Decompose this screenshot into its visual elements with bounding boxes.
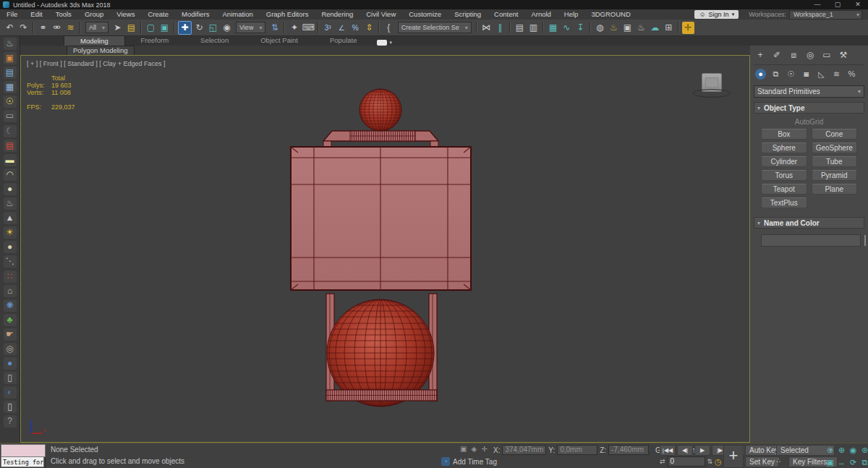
- object-type-rollout-header[interactable]: ▾ Object Type: [754, 102, 864, 114]
- pan-icon[interactable]: ↔: [836, 456, 847, 468]
- space-warps-category[interactable]: ≋: [831, 69, 842, 80]
- viewcube-compass-ring[interactable]: [693, 89, 731, 98]
- zoom-icon[interactable]: ⊙: [825, 444, 835, 456]
- menu-modifiers[interactable]: Modifiers: [175, 10, 216, 18]
- zoom-region-icon[interactable]: ▣: [825, 456, 835, 468]
- orbit-icon[interactable]: ⟳: [848, 456, 859, 468]
- ribbon-tab-modeling[interactable]: Modeling: [64, 35, 125, 46]
- select-and-scale-icon[interactable]: ◱: [207, 22, 219, 34]
- key-mode-toggle-icon[interactable]: ⇄: [660, 458, 665, 465]
- add-time-tag[interactable]: ◔ Add Time Tag: [441, 457, 497, 466]
- select-object-icon[interactable]: ➤: [111, 22, 124, 34]
- systems-category[interactable]: %: [846, 69, 857, 80]
- bind-to-space-warp-icon[interactable]: ≋: [64, 22, 77, 34]
- lightbulb-icon[interactable]: ☉: [4, 95, 17, 108]
- window-crossing-icon[interactable]: ▣: [158, 22, 171, 34]
- menu-rendering[interactable]: Rendering: [315, 10, 359, 18]
- percent-snap-icon[interactable]: %: [349, 22, 362, 34]
- sign-in-button[interactable]: ☺ Sign In ▾: [694, 10, 739, 19]
- viewcube[interactable]: [690, 72, 733, 101]
- curve-editor-icon[interactable]: ∿: [561, 22, 573, 34]
- object-type-tube-button[interactable]: Tube: [812, 156, 858, 167]
- menu-3dground[interactable]: 3DGROUND: [584, 10, 637, 18]
- motion-tab[interactable]: ◎: [805, 50, 815, 60]
- green-leaf-icon[interactable]: ♣: [4, 314, 17, 326]
- workspace-dropdown[interactable]: Workspace_1: [789, 10, 862, 20]
- schematic-view-icon[interactable]: ↧: [574, 22, 587, 34]
- snaps-toggle-icon[interactable]: 3³: [322, 22, 334, 34]
- cone-icon[interactable]: ▲: [4, 212, 17, 224]
- stone-donut-icon[interactable]: ◎: [4, 343, 17, 355]
- teapot-icon[interactable]: ♨: [4, 38, 17, 50]
- gray-teapot-icon[interactable]: ♨: [4, 197, 17, 210]
- hand-icon[interactable]: ☛: [4, 328, 17, 341]
- play-button[interactable]: ▶: [694, 445, 710, 456]
- object-type-pyramid-button[interactable]: Pyramid: [812, 170, 858, 181]
- sun-icon[interactable]: ☀: [4, 226, 17, 239]
- layer-explorer-icon[interactable]: ▥: [527, 22, 540, 34]
- align-icon[interactable]: ∥: [494, 22, 506, 34]
- select-by-name-icon[interactable]: ▤: [125, 22, 137, 34]
- render-gallery-icon[interactable]: ⊞: [663, 22, 675, 34]
- named-selection-sets-icon[interactable]: {: [383, 22, 395, 34]
- zoom-extents-all-icon[interactable]: ⊛: [859, 444, 868, 456]
- butter-slab-icon[interactable]: ▬: [4, 154, 17, 166]
- previous-frame-button[interactable]: ◀|: [677, 445, 693, 456]
- half-sphere-icon[interactable]: ◐: [4, 386, 17, 399]
- viewport-label[interactable]: [ + ] [ Front ] [ Standard ] [ Clay + Ed…: [27, 60, 166, 67]
- menu-civil-view[interactable]: Civil View: [359, 10, 402, 18]
- render-production-icon[interactable]: ♨: [635, 22, 647, 34]
- helpers-category[interactable]: ◺: [816, 69, 827, 80]
- x-coordinate-field[interactable]: 374,047mm: [502, 445, 546, 455]
- ribbon-config-dropdown[interactable]: ▾: [377, 40, 392, 46]
- selection-set-dropdown[interactable]: Create Selection Se▾: [398, 22, 472, 33]
- blue-ball-icon[interactable]: ●: [4, 357, 17, 370]
- shapes-category[interactable]: ⧉: [770, 69, 781, 80]
- menu-scripting[interactable]: Scripting: [448, 10, 488, 18]
- close-button[interactable]: ✕: [848, 0, 868, 9]
- object-type-geosphere-button[interactable]: GeoSphere: [812, 142, 858, 153]
- menu-customize[interactable]: Customize: [402, 10, 448, 18]
- blue-flower-icon[interactable]: ❋: [4, 299, 17, 312]
- document-icon[interactable]: ▯: [4, 401, 17, 413]
- unlink-selection-icon[interactable]: ⚮: [51, 22, 63, 34]
- object-type-textplus-button[interactable]: TextPlus: [761, 197, 807, 208]
- menu-animation[interactable]: Animation: [216, 10, 260, 18]
- object-type-plane-button[interactable]: Plane: [812, 184, 858, 195]
- select-and-manipulate-icon[interactable]: ✦: [288, 22, 300, 34]
- name-color-rollout-header[interactable]: ▾ Name and Color: [754, 217, 864, 229]
- menu-create[interactable]: Create: [141, 10, 175, 18]
- tan-sphere-icon[interactable]: ●: [4, 241, 17, 253]
- modify-tab[interactable]: ✐: [772, 50, 782, 60]
- ribbon-toggle-icon[interactable]: ▦: [547, 22, 559, 34]
- select-and-link-icon[interactable]: ⚭: [37, 22, 49, 34]
- keyboard-override-icon[interactable]: ⌨: [302, 22, 314, 34]
- set-key-button[interactable]: Set Key: [745, 456, 779, 467]
- menu-arnold[interactable]: Arnold: [524, 10, 557, 18]
- menu-content[interactable]: Content: [488, 10, 524, 18]
- object-type-torus-button[interactable]: Torus: [761, 170, 807, 181]
- z-coordinate-field[interactable]: -7,460mm: [608, 445, 649, 455]
- lights-category[interactable]: ☉: [786, 69, 796, 80]
- menu-views[interactable]: Views: [110, 10, 141, 18]
- zoom-extents-icon[interactable]: ◉: [848, 444, 859, 456]
- cameras-category[interactable]: ◙: [801, 69, 812, 80]
- display-tab[interactable]: ▭: [822, 50, 832, 60]
- ribbon-tab-selection[interactable]: Selection: [184, 35, 244, 45]
- red-stack-icon[interactable]: ▤: [4, 140, 17, 152]
- scatter-arrows-icon[interactable]: ⋱: [4, 255, 17, 268]
- dome-icon[interactable]: ◠: [4, 169, 17, 181]
- ribbon-tab-populate[interactable]: Populate: [314, 35, 373, 45]
- crown-box-icon[interactable]: ⌂: [4, 285, 17, 297]
- y-coordinate-field[interactable]: 0,0mm: [557, 445, 597, 455]
- menu-graph-editors[interactable]: Graph Editors: [260, 10, 315, 18]
- object-name-input[interactable]: [761, 234, 861, 247]
- polygon-modeling-panel-tab[interactable]: Polygon Modeling: [67, 46, 135, 55]
- spinner-snap-icon[interactable]: ⇕: [363, 22, 375, 34]
- rendered-frame-icon[interactable]: ▣: [621, 22, 634, 34]
- ribbon-tab-object-paint[interactable]: Object Paint: [244, 35, 314, 45]
- object-type-box-button[interactable]: Box: [761, 129, 807, 140]
- use-pivot-center-icon[interactable]: ⇅: [268, 22, 281, 34]
- menu-tools[interactable]: Tools: [49, 10, 78, 18]
- minimize-button[interactable]: —: [807, 0, 827, 9]
